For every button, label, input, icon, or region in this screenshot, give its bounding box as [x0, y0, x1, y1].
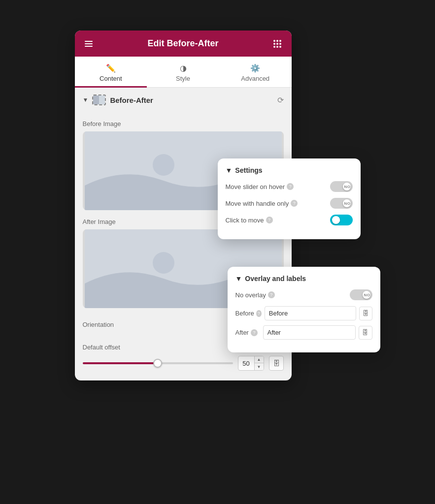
svg-point-3 [153, 252, 174, 274]
orientation-label: Orientation [83, 321, 114, 328]
overlay-chevron: ▼ [235, 275, 242, 283]
panel-header: Edit Before-After [75, 31, 292, 57]
overlay-popup: ▼ Overlay and labels No overlay ? NO Bef… [228, 267, 380, 352]
settings-chevron: ▼ [226, 166, 233, 174]
menu-icon[interactable] [85, 41, 93, 47]
move-handle-only-row: Move with handle only ? NO [226, 198, 353, 209]
after-help-icon[interactable]: ? [251, 329, 258, 336]
click-to-move-toggle[interactable]: YES [330, 215, 353, 225]
style-tab-icon: ◑ [180, 63, 187, 73]
no-overlay-label: No overlay ? [235, 291, 275, 299]
click-to-move-label: Click to move ? [226, 217, 273, 224]
settings-title: ▼ Settings [226, 166, 353, 174]
before-after-icon [92, 94, 106, 105]
offset-increment-btn[interactable]: ▲ [255, 356, 264, 363]
after-text-input[interactable] [263, 325, 356, 340]
overlay-title: ▼ Overlay and labels [235, 275, 372, 283]
move-slider-track[interactable]: NO [330, 181, 353, 192]
click-to-move-track[interactable]: YES [330, 215, 353, 225]
before-input-label: Before ? [235, 310, 262, 317]
settings-popup: ▼ Settings Move slider on hover ? NO Mov… [218, 158, 361, 239]
after-input-row: After ? 🗄 [235, 325, 372, 340]
svg-point-1 [153, 154, 174, 176]
move-slider-hover-row: Move slider on hover ? NO [226, 181, 353, 192]
move-slider-hover-toggle[interactable]: NO [330, 181, 353, 192]
after-input-db-icon[interactable]: 🗄 [359, 326, 372, 340]
section-title: Before-After [110, 96, 153, 104]
content-tab-label: Content [100, 75, 122, 82]
advanced-tab-icon: ⚙️ [250, 63, 260, 73]
offset-slider[interactable] [83, 362, 233, 364]
click-to-move-text: YES [332, 218, 341, 222]
click-to-move-row: Click to move ? YES [226, 215, 353, 225]
content-tab-icon: ✏️ [106, 63, 116, 73]
section-end-icon[interactable]: ⟳ [277, 95, 284, 105]
before-help-icon[interactable]: ? [256, 310, 262, 317]
offset-controls: 50 ▲ ▼ 🗄 [83, 356, 284, 371]
move-slider-help-icon[interactable]: ? [287, 183, 294, 190]
tab-advanced[interactable]: ⚙️ Advanced [219, 57, 292, 87]
move-handle-help-icon[interactable]: ? [291, 200, 298, 207]
no-overlay-help-icon[interactable]: ? [268, 291, 275, 298]
no-overlay-row: No overlay ? NO [235, 289, 372, 300]
after-input-label: After ? [235, 329, 260, 336]
move-handle-track[interactable]: NO [330, 198, 353, 209]
move-handle-text: NO [344, 201, 351, 206]
style-tab-label: Style [176, 75, 190, 82]
offset-value: 50 [238, 358, 254, 369]
grid-icon[interactable] [273, 40, 281, 48]
before-input-db-icon[interactable]: 🗄 [359, 307, 372, 320]
no-overlay-text: NO [364, 293, 370, 297]
offset-value-box: 50 ▲ ▼ [238, 356, 264, 371]
section-header[interactable]: ▼ Before-After ⟳ [75, 88, 292, 112]
before-text-input[interactable] [265, 306, 356, 320]
tab-style[interactable]: ◑ Style [147, 57, 219, 87]
click-to-move-help-icon[interactable]: ? [266, 217, 273, 223]
move-slider-text: NO [344, 185, 351, 189]
before-image-label: Before Image [83, 120, 284, 127]
section-chevron: ▼ [83, 96, 89, 103]
no-overlay-track[interactable]: NO [350, 289, 372, 300]
offset-decrement-btn[interactable]: ▼ [255, 363, 264, 370]
offset-spinners: ▲ ▼ [254, 356, 264, 370]
before-input-row: Before ? 🗄 [235, 306, 372, 320]
move-handle-only-toggle[interactable]: NO [330, 198, 353, 209]
no-overlay-toggle[interactable]: NO [350, 289, 372, 300]
tab-bar: ✏️ Content ◑ Style ⚙️ Advanced [75, 57, 292, 88]
advanced-tab-label: Advanced [241, 75, 269, 82]
move-handle-only-label: Move with handle only ? [226, 200, 298, 207]
move-slider-hover-label: Move slider on hover ? [226, 183, 294, 190]
panel-title: Edit Before-After [147, 38, 218, 49]
tab-content[interactable]: ✏️ Content [75, 57, 147, 87]
offset-db-icon[interactable]: 🗄 [269, 356, 284, 371]
